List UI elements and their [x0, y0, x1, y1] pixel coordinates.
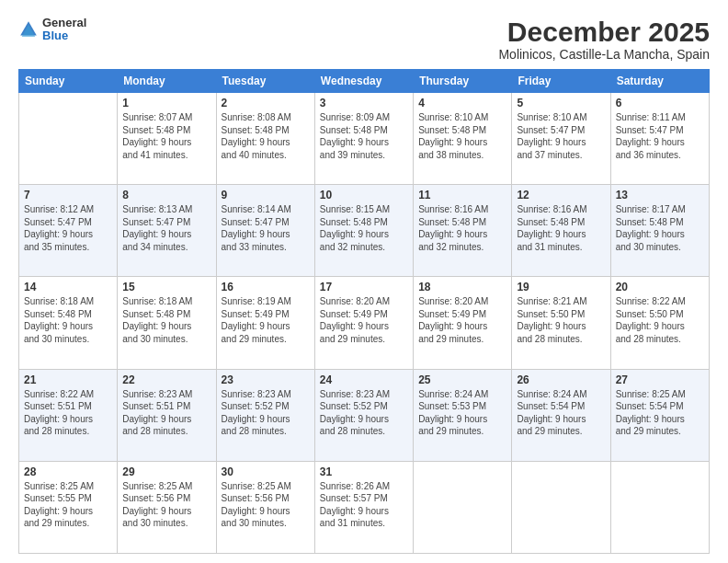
logo-general-text: General — [42, 17, 86, 29]
title-block: December 2025 Molinicos, Castille-La Man… — [498, 17, 710, 62]
calendar-cell: 24Sunrise: 8:23 AM Sunset: 5:52 PM Dayli… — [314, 369, 413, 461]
calendar-cell: 13Sunrise: 8:17 AM Sunset: 5:48 PM Dayli… — [610, 185, 709, 277]
day-number: 23 — [222, 373, 310, 386]
calendar-cell: 7Sunrise: 8:12 AM Sunset: 5:47 PM Daylig… — [19, 185, 118, 277]
calendar-cell: 28Sunrise: 8:25 AM Sunset: 5:55 PM Dayli… — [19, 461, 118, 553]
calendar-table: SundayMondayTuesdayWednesdayThursdayFrid… — [18, 69, 710, 554]
calendar-cell: 1Sunrise: 8:07 AM Sunset: 5:48 PM Daylig… — [118, 93, 216, 185]
day-info: Sunrise: 8:07 AM Sunset: 5:48 PM Dayligh… — [122, 111, 210, 161]
day-number: 5 — [517, 97, 605, 109]
day-info: Sunrise: 8:25 AM Sunset: 5:54 PM Dayligh… — [616, 388, 704, 438]
calendar-cell: 17Sunrise: 8:20 AM Sunset: 5:49 PM Dayli… — [314, 277, 413, 369]
logo-text: General Blue — [42, 17, 86, 43]
day-info: Sunrise: 8:21 AM Sunset: 5:50 PM Dayligh… — [517, 295, 605, 345]
day-info: Sunrise: 8:19 AM Sunset: 5:49 PM Dayligh… — [222, 295, 310, 345]
day-number: 15 — [122, 281, 210, 293]
day-info: Sunrise: 8:13 AM Sunset: 5:47 PM Dayligh… — [122, 203, 210, 253]
day-info: Sunrise: 8:10 AM Sunset: 5:48 PM Dayligh… — [418, 111, 506, 161]
day-number: 8 — [122, 189, 210, 201]
day-info: Sunrise: 8:22 AM Sunset: 5:50 PM Dayligh… — [616, 295, 704, 345]
day-number: 7 — [24, 189, 112, 201]
day-number: 18 — [418, 281, 506, 293]
calendar-cell: 9Sunrise: 8:14 AM Sunset: 5:47 PM Daylig… — [216, 185, 314, 277]
day-number: 20 — [616, 281, 704, 293]
calendar-week-5: 28Sunrise: 8:25 AM Sunset: 5:55 PM Dayli… — [19, 461, 710, 553]
logo: General Blue — [18, 17, 86, 43]
day-info: Sunrise: 8:20 AM Sunset: 5:49 PM Dayligh… — [418, 295, 506, 345]
calendar-cell — [414, 461, 512, 553]
calendar-cell: 27Sunrise: 8:25 AM Sunset: 5:54 PM Dayli… — [610, 369, 709, 461]
day-number: 24 — [320, 373, 408, 386]
day-info: Sunrise: 8:26 AM Sunset: 5:57 PM Dayligh… — [320, 480, 408, 530]
day-number: 17 — [320, 281, 408, 293]
calendar-week-3: 14Sunrise: 8:18 AM Sunset: 5:48 PM Dayli… — [19, 277, 710, 369]
day-number: 13 — [616, 189, 704, 201]
calendar-cell: 23Sunrise: 8:23 AM Sunset: 5:52 PM Dayli… — [216, 369, 314, 461]
calendar-week-4: 21Sunrise: 8:22 AM Sunset: 5:51 PM Dayli… — [19, 369, 710, 461]
calendar-cell: 12Sunrise: 8:16 AM Sunset: 5:48 PM Dayli… — [512, 185, 610, 277]
calendar-cell: 19Sunrise: 8:21 AM Sunset: 5:50 PM Dayli… — [512, 277, 610, 369]
calendar-cell: 16Sunrise: 8:19 AM Sunset: 5:49 PM Dayli… — [216, 277, 314, 369]
day-info: Sunrise: 8:08 AM Sunset: 5:48 PM Dayligh… — [222, 111, 310, 161]
day-number: 19 — [517, 281, 605, 293]
calendar-week-1: 1Sunrise: 8:07 AM Sunset: 5:48 PM Daylig… — [19, 93, 710, 185]
day-info: Sunrise: 8:17 AM Sunset: 5:48 PM Dayligh… — [616, 203, 704, 253]
calendar-cell: 4Sunrise: 8:10 AM Sunset: 5:48 PM Daylig… — [414, 93, 512, 185]
day-info: Sunrise: 8:20 AM Sunset: 5:49 PM Dayligh… — [320, 295, 408, 345]
day-number: 22 — [122, 373, 210, 386]
day-number: 21 — [24, 373, 112, 386]
day-info: Sunrise: 8:24 AM Sunset: 5:54 PM Dayligh… — [517, 388, 605, 438]
day-info: Sunrise: 8:23 AM Sunset: 5:52 PM Dayligh… — [320, 388, 408, 438]
calendar-title: December 2025 — [498, 17, 710, 47]
day-info: Sunrise: 8:09 AM Sunset: 5:48 PM Dayligh… — [320, 111, 408, 161]
header: General Blue December 2025 Molinicos, Ca… — [18, 17, 710, 62]
day-header-saturday: Saturday — [610, 70, 709, 93]
calendar-cell: 11Sunrise: 8:16 AM Sunset: 5:48 PM Dayli… — [414, 185, 512, 277]
page: General Blue December 2025 Molinicos, Ca… — [0, 0, 728, 563]
calendar-week-2: 7Sunrise: 8:12 AM Sunset: 5:47 PM Daylig… — [19, 185, 710, 277]
day-info: Sunrise: 8:18 AM Sunset: 5:48 PM Dayligh… — [24, 295, 112, 345]
calendar-cell: 21Sunrise: 8:22 AM Sunset: 5:51 PM Dayli… — [19, 369, 118, 461]
day-info: Sunrise: 8:16 AM Sunset: 5:48 PM Dayligh… — [418, 203, 506, 253]
calendar-cell: 26Sunrise: 8:24 AM Sunset: 5:54 PM Dayli… — [512, 369, 610, 461]
day-number: 3 — [320, 97, 408, 109]
day-info: Sunrise: 8:11 AM Sunset: 5:47 PM Dayligh… — [616, 111, 704, 161]
day-number: 16 — [222, 281, 310, 293]
calendar-cell: 15Sunrise: 8:18 AM Sunset: 5:48 PM Dayli… — [118, 277, 216, 369]
logo-blue-text: Blue — [42, 29, 86, 42]
calendar-cell — [19, 93, 118, 185]
day-number: 4 — [418, 97, 506, 109]
calendar-cell — [610, 461, 709, 553]
day-info: Sunrise: 8:15 AM Sunset: 5:48 PM Dayligh… — [320, 203, 408, 253]
day-number: 27 — [616, 373, 704, 386]
day-header-tuesday: Tuesday — [216, 70, 314, 93]
day-info: Sunrise: 8:14 AM Sunset: 5:47 PM Dayligh… — [222, 203, 310, 253]
calendar-cell: 18Sunrise: 8:20 AM Sunset: 5:49 PM Dayli… — [414, 277, 512, 369]
calendar-header-row: SundayMondayTuesdayWednesdayThursdayFrid… — [19, 70, 710, 93]
day-info: Sunrise: 8:25 AM Sunset: 5:56 PM Dayligh… — [222, 480, 310, 530]
day-info: Sunrise: 8:23 AM Sunset: 5:51 PM Dayligh… — [122, 388, 210, 438]
day-number: 12 — [517, 189, 605, 201]
day-number: 1 — [122, 97, 210, 109]
day-number: 10 — [320, 189, 408, 201]
day-number: 2 — [222, 97, 310, 109]
calendar-cell: 14Sunrise: 8:18 AM Sunset: 5:48 PM Dayli… — [19, 277, 118, 369]
day-number: 25 — [418, 373, 506, 386]
calendar-subtitle: Molinicos, Castille-La Mancha, Spain — [498, 47, 710, 62]
day-number: 31 — [320, 465, 408, 478]
day-info: Sunrise: 8:12 AM Sunset: 5:47 PM Dayligh… — [24, 203, 112, 253]
day-number: 9 — [222, 189, 310, 201]
calendar-cell: 2Sunrise: 8:08 AM Sunset: 5:48 PM Daylig… — [216, 93, 314, 185]
calendar-cell — [512, 461, 610, 553]
day-header-wednesday: Wednesday — [314, 70, 413, 93]
calendar-cell: 25Sunrise: 8:24 AM Sunset: 5:53 PM Dayli… — [414, 369, 512, 461]
day-number: 6 — [616, 97, 704, 109]
calendar-cell: 8Sunrise: 8:13 AM Sunset: 5:47 PM Daylig… — [118, 185, 216, 277]
calendar-cell: 20Sunrise: 8:22 AM Sunset: 5:50 PM Dayli… — [610, 277, 709, 369]
day-header-monday: Monday — [118, 70, 216, 93]
day-number: 14 — [24, 281, 112, 293]
calendar-cell: 3Sunrise: 8:09 AM Sunset: 5:48 PM Daylig… — [314, 93, 413, 185]
calendar-cell: 5Sunrise: 8:10 AM Sunset: 5:47 PM Daylig… — [512, 93, 610, 185]
day-info: Sunrise: 8:23 AM Sunset: 5:52 PM Dayligh… — [222, 388, 310, 438]
day-number: 11 — [418, 189, 506, 201]
